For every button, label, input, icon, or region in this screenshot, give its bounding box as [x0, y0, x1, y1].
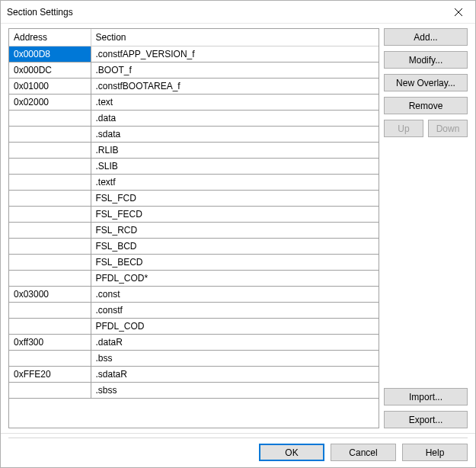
table-row[interactable]: FSL_FECD [9, 207, 379, 223]
section-cell[interactable]: .textf [91, 175, 379, 191]
add-button[interactable]: Add... [384, 28, 468, 46]
modify-button[interactable]: Modify... [384, 51, 468, 69]
address-cell[interactable] [9, 319, 91, 335]
footer-wrap: OK Cancel Help [1, 433, 475, 467]
export-button[interactable]: Export... [384, 411, 468, 428]
import-button[interactable]: Import... [384, 388, 468, 405]
table-row[interactable]: FSL_BCD [9, 239, 379, 255]
close-icon [455, 8, 462, 16]
dialog-body: Address Section 0x000D8.constfAPP_VERSIO… [1, 24, 475, 433]
table-row[interactable]: .textf [9, 175, 379, 191]
up-button: Up [384, 120, 423, 137]
table-row[interactable]: 0xff300.dataR [9, 335, 379, 351]
section-cell[interactable]: PFDL_COD* [91, 271, 379, 287]
table-row[interactable]: FSL_FCD [9, 191, 379, 207]
address-cell[interactable] [9, 303, 91, 319]
address-cell[interactable]: 0x03000 [9, 287, 91, 303]
section-cell[interactable]: PFDL_COD [91, 319, 379, 335]
sections-table[interactable]: Address Section 0x000D8.constfAPP_VERSIO… [9, 29, 379, 399]
address-cell[interactable]: 0xff300 [9, 335, 91, 351]
table-row[interactable]: 0x01000.constfBOOTAREA_f [9, 79, 379, 95]
table-row[interactable]: 0x02000.text [9, 95, 379, 111]
section-cell[interactable]: .bss [91, 351, 379, 367]
table-row[interactable]: .bss [9, 351, 379, 367]
address-cell[interactable] [9, 207, 91, 223]
sections-table-wrap: Address Section 0x000D8.constfAPP_VERSIO… [8, 28, 379, 428]
section-cell[interactable]: FSL_FCD [91, 191, 379, 207]
table-row[interactable]: .data [9, 111, 379, 127]
address-cell[interactable] [9, 111, 91, 127]
table-row[interactable]: .constf [9, 303, 379, 319]
address-cell[interactable] [9, 271, 91, 287]
section-cell[interactable]: .const [91, 287, 379, 303]
dialog-window: Section Settings Address Section 0x00 [0, 0, 476, 468]
section-cell[interactable]: .BOOT_f [91, 63, 379, 79]
table-row[interactable]: PFDL_COD* [9, 271, 379, 287]
ok-button[interactable]: OK [259, 444, 324, 461]
section-cell[interactable]: .constfBOOTAREA_f [91, 79, 379, 95]
section-cell[interactable]: FSL_FECD [91, 207, 379, 223]
table-row[interactable]: 0x000DC.BOOT_f [9, 63, 379, 79]
new-overlay-button[interactable]: New Overlay... [384, 74, 468, 91]
window-title: Section Settings [7, 7, 442, 18]
table-row[interactable]: 0xFFE20.sdataR [9, 367, 379, 383]
address-cell[interactable]: 0x01000 [9, 79, 91, 95]
up-down-pair: Up Down [384, 120, 468, 137]
address-cell[interactable] [9, 143, 91, 159]
sidebar-buttons: Add... Modify... New Overlay... Remove U… [384, 28, 468, 428]
section-cell[interactable]: FSL_BCD [91, 239, 379, 255]
table-row[interactable]: .RLIB [9, 143, 379, 159]
address-cell[interactable] [9, 223, 91, 239]
table-header-row: Address Section [9, 29, 379, 46]
section-cell[interactable]: FSL_BECD [91, 255, 379, 271]
address-cell[interactable] [9, 351, 91, 367]
table-row[interactable]: FSL_RCD [9, 223, 379, 239]
footer: OK Cancel Help [1, 438, 475, 467]
section-cell[interactable]: .sbss [91, 383, 379, 399]
address-cell[interactable] [9, 175, 91, 191]
table-row[interactable]: .sbss [9, 383, 379, 399]
section-cell[interactable]: .SLIB [91, 159, 379, 175]
table-row[interactable]: .sdata [9, 127, 379, 143]
section-cell[interactable]: .constfAPP_VERSION_f [91, 46, 379, 63]
address-cell[interactable] [9, 255, 91, 271]
address-cell[interactable] [9, 383, 91, 399]
address-cell[interactable] [9, 239, 91, 255]
section-cell[interactable]: .constf [91, 303, 379, 319]
titlebar: Section Settings [1, 1, 475, 24]
section-cell[interactable]: .dataR [91, 335, 379, 351]
sidebar-spacer [384, 143, 468, 383]
section-cell[interactable]: FSL_RCD [91, 223, 379, 239]
column-header-address[interactable]: Address [9, 29, 91, 46]
address-cell[interactable] [9, 159, 91, 175]
address-cell[interactable]: 0x02000 [9, 95, 91, 111]
section-cell[interactable]: .sdata [91, 127, 379, 143]
table-row[interactable]: .SLIB [9, 159, 379, 175]
address-cell[interactable]: 0x000D8 [9, 46, 91, 63]
down-button: Down [428, 120, 468, 137]
address-cell[interactable] [9, 191, 91, 207]
table-row[interactable]: PFDL_COD [9, 319, 379, 335]
table-row[interactable]: 0x03000.const [9, 287, 379, 303]
section-cell[interactable]: .text [91, 95, 379, 111]
close-button[interactable] [442, 1, 475, 23]
address-cell[interactable]: 0x000DC [9, 63, 91, 79]
table-row[interactable]: 0x000D8.constfAPP_VERSION_f [9, 46, 379, 63]
column-header-section[interactable]: Section [91, 29, 379, 46]
address-cell[interactable]: 0xFFE20 [9, 367, 91, 383]
address-cell[interactable] [9, 127, 91, 143]
table-row[interactable]: FSL_BECD [9, 255, 379, 271]
cancel-button[interactable]: Cancel [331, 444, 396, 461]
help-button[interactable]: Help [402, 444, 468, 461]
section-cell[interactable]: .sdataR [91, 367, 379, 383]
section-cell[interactable]: .data [91, 111, 379, 127]
section-cell[interactable]: .RLIB [91, 143, 379, 159]
remove-button[interactable]: Remove [384, 97, 468, 114]
